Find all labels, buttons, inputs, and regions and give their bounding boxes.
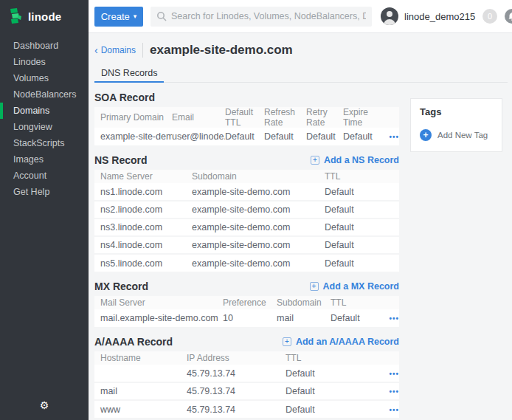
search-input[interactable] [171, 11, 366, 21]
table-cell: Default [325, 236, 399, 254]
sidebar-item-nodebalancers[interactable]: NodeBalancers [0, 86, 89, 103]
plus-box-icon: + [310, 282, 319, 291]
sidebar-item-dashboard[interactable]: Dashboard [0, 38, 89, 54]
table-cell-actions: ••• [374, 365, 399, 382]
table-cell: Default [306, 128, 343, 145]
table-row: ns1.linode.comexample-site-demo.comDefau… [94, 183, 399, 201]
table-cell [94, 365, 187, 382]
bell-icon [508, 12, 512, 21]
breadcrumb-back-link[interactable]: ‹ Domains [94, 45, 136, 55]
table-cell: example-site-demo.com [94, 128, 172, 145]
sidebar-item-get-help[interactable]: Get Help [0, 184, 89, 200]
sidebar-item-volumes[interactable]: Volumes [0, 70, 89, 86]
table-row: mail.example-site-demo.com10mailDefault•… [94, 309, 399, 327]
topbar-right: Create ▾ linode_demo215 0 [89, 0, 512, 33]
gear-icon: ⚙ [40, 399, 49, 411]
add-new-tag-label: Add New Tag [437, 131, 488, 140]
row-actions-menu-button[interactable]: ••• [389, 370, 399, 378]
a-aaaa-record-table: HostnameIP AddressTTL45.79.13.74Default•… [94, 351, 399, 418]
sidebar-item-longview[interactable]: Longview [0, 119, 89, 135]
table-cell: Default [264, 128, 306, 145]
table-cell: example-site-demo.com [192, 236, 325, 254]
column-header: Hostname [94, 351, 187, 365]
table-cell: 10 [223, 309, 277, 327]
row-actions-menu-button[interactable]: ••• [389, 133, 399, 141]
mx-section-header: MX Record + Add a MX Record [94, 280, 399, 292]
table-cell: example-site-demo.com [192, 183, 325, 201]
row-actions-menu-button[interactable]: ••• [389, 314, 399, 323]
content-row: SOA Record Primary DomainEmailDefault TT… [94, 83, 508, 418]
table-cell-actions: ••• [376, 128, 399, 145]
create-button[interactable]: Create ▾ [94, 7, 143, 27]
user-menu[interactable]: linode_demo215 [381, 7, 475, 25]
table-cell: ns5.linode.com [94, 254, 192, 272]
sidebar-item-account[interactable]: Account [0, 168, 89, 184]
settings-button[interactable]: ⚙ [0, 399, 89, 411]
table-cell-actions: ••• [374, 400, 399, 418]
brand-area[interactable]: linode [0, 0, 89, 33]
records-column: SOA Record Primary DomainEmailDefault TT… [94, 83, 399, 418]
column-header: Retry Rate [306, 107, 343, 128]
sidebar-item-stackscripts[interactable]: StackScripts [0, 135, 89, 151]
add-a-aaaa-record-button[interactable]: + Add an A/AAAA Record [283, 337, 399, 347]
add-new-tag-button[interactable]: + Add New Tag [420, 129, 488, 141]
add-ns-record-button[interactable]: + Add a NS Record [311, 155, 399, 165]
soa-section-title: SOA Record [94, 92, 155, 103]
notification-count-badge[interactable]: 0 [482, 9, 497, 24]
column-header-actions [375, 296, 399, 309]
page-title: example-site-demo.com [150, 43, 293, 58]
row-actions-menu-button[interactable]: ••• [389, 406, 399, 414]
notifications-button[interactable] [505, 9, 512, 24]
table-cell: ns4.linode.com [94, 236, 192, 254]
table-cell: example-site-demo.com [192, 254, 325, 272]
soa-section-header: SOA Record [94, 92, 399, 103]
table-row: example-site-demo.comuser@linode.comDefa… [94, 128, 399, 145]
column-header: Subdomain [192, 170, 325, 183]
sidebar-item-linodes[interactable]: Linodes [0, 54, 89, 70]
person-icon [381, 7, 398, 25]
table-row: 45.79.13.74Default••• [94, 365, 399, 382]
username: linode_demo215 [404, 11, 475, 22]
plus-circle-icon: + [420, 129, 432, 141]
row-actions-menu-button[interactable]: ••• [389, 388, 399, 396]
column-header: Refresh Rate [264, 107, 306, 128]
main-content: ‹ Domains example-site-demo.com DNS Reco… [89, 33, 512, 420]
add-mx-record-button[interactable]: + Add a MX Record [310, 281, 400, 292]
table-cell-actions: ••• [375, 309, 399, 327]
column-header: Subdomain [277, 296, 331, 309]
column-header: Mail Server [94, 296, 223, 309]
column-header: Email [172, 107, 225, 128]
chevron-down-icon: ▾ [134, 13, 137, 20]
breadcrumb: ‹ Domains example-site-demo.com [94, 33, 508, 58]
table-cell: ns1.linode.com [94, 183, 192, 201]
plus-box-icon: + [311, 156, 319, 165]
column-header: Name Server [94, 170, 192, 183]
table-row: www45.79.13.74Default••• [94, 400, 399, 418]
column-header: Primary Domain [94, 107, 172, 128]
sidebar-item-images[interactable]: Images [0, 151, 89, 168]
add-ns-record-label: Add a NS Record [324, 155, 399, 165]
table-cell: 45.79.13.74 [187, 400, 286, 418]
tab-dns-records[interactable]: DNS Records [94, 64, 164, 83]
table-cell: user@linode.com [172, 128, 225, 145]
column-header: Default TTL [225, 107, 264, 128]
mx-record-table: Mail ServerPreferenceSubdomainTTLmail.ex… [94, 296, 399, 327]
table-cell: mail [277, 309, 331, 327]
column-header-actions [376, 107, 399, 128]
breadcrumb-separator [142, 43, 143, 58]
table-cell: example-site-demo.com [192, 201, 325, 218]
avatar [381, 7, 398, 25]
mx-section-title: MX Record [94, 280, 148, 292]
tags-panel-title: Tags [420, 106, 494, 117]
column-header: Expire Time [343, 107, 376, 128]
sidebar: Dashboard Linodes Volumes NodeBalancers … [0, 33, 89, 420]
sidebar-item-domains[interactable]: Domains [0, 103, 89, 119]
table-cell: mail [94, 382, 187, 400]
table-cell: Default [286, 382, 374, 400]
create-button-label: Create [101, 11, 130, 22]
table-row: ns5.linode.comexample-site-demo.comDefau… [94, 254, 399, 272]
search-bar[interactable] [151, 7, 372, 27]
topbar: linode Create ▾ [0, 0, 512, 33]
tags-panel: Tags + Add New Tag [410, 98, 502, 152]
table-cell: www [94, 400, 187, 418]
